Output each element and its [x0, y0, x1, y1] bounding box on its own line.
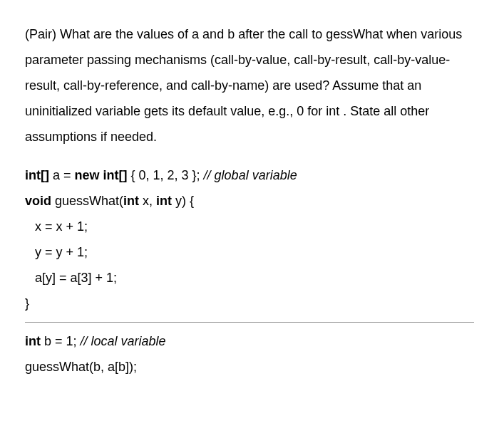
separator [25, 322, 474, 323]
question-paragraph: (Pair) What are the values of a and b af… [25, 21, 474, 150]
keyword-void: void [25, 194, 51, 208]
text-guesswhat: guessWhat( [51, 194, 123, 208]
keyword-int-array: int[] [25, 168, 49, 182]
code-line-x: x = x + 1; [25, 214, 474, 239]
text-a-eq: a = [49, 168, 75, 182]
text-b-decl: b = 1; [41, 334, 81, 348]
code-line-array-decl: int[] a = new int[] { 0, 1, 2, 3 }; // g… [25, 162, 474, 188]
text-arr-init: { 0, 1, 2, 3 }; [128, 168, 204, 182]
text-x-param: x, [139, 194, 156, 208]
comment-local: // local variable [81, 334, 166, 348]
code-line-b-decl: int b = 1; // local variable [25, 328, 474, 354]
code-line-func-sig: void guessWhat(int x, int y) { [25, 188, 474, 214]
code-line-call: guessWhat(b, a[b]); [25, 354, 474, 380]
keyword-int-2: int [156, 194, 172, 208]
code-block: int[] a = new int[] { 0, 1, 2, 3 }; // g… [25, 162, 474, 316]
text-y-param: y) { [172, 194, 194, 208]
code-line-close: } [25, 291, 474, 316]
code-block-after: int b = 1; // local variable guessWhat(b… [25, 328, 474, 380]
code-line-y: y = y + 1; [25, 239, 474, 265]
comment-global: // global variable [204, 168, 297, 182]
keyword-int-1: int [123, 194, 139, 208]
keyword-int-3: int [25, 334, 41, 348]
code-line-ay: a[y] = a[3] + 1; [25, 265, 474, 291]
keyword-new-int: new int[] [75, 168, 128, 182]
